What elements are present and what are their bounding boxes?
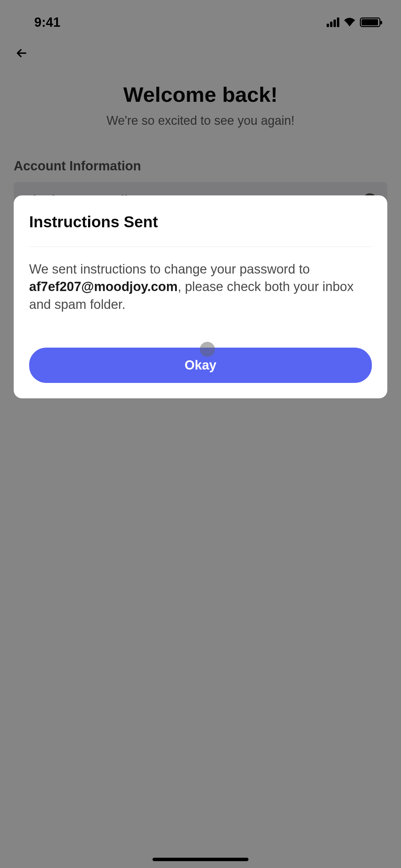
home-indicator[interactable] <box>153 858 248 861</box>
modal-divider <box>29 246 372 247</box>
touch-indicator-icon <box>200 342 215 357</box>
okay-button-label: Okay <box>185 358 217 372</box>
okay-button[interactable]: Okay <box>29 348 372 383</box>
modal-body-email: af7ef207@moodjoy.com <box>29 279 178 294</box>
modal-title: Instructions Sent <box>29 213 372 231</box>
modal-body: We sent instructions to change your pass… <box>29 261 372 313</box>
instructions-sent-modal: Instructions Sent We sent instructions t… <box>14 195 387 398</box>
modal-body-prefix: We sent instructions to change your pass… <box>29 262 310 276</box>
modal-overlay[interactable]: Instructions Sent We sent instructions t… <box>0 0 401 868</box>
